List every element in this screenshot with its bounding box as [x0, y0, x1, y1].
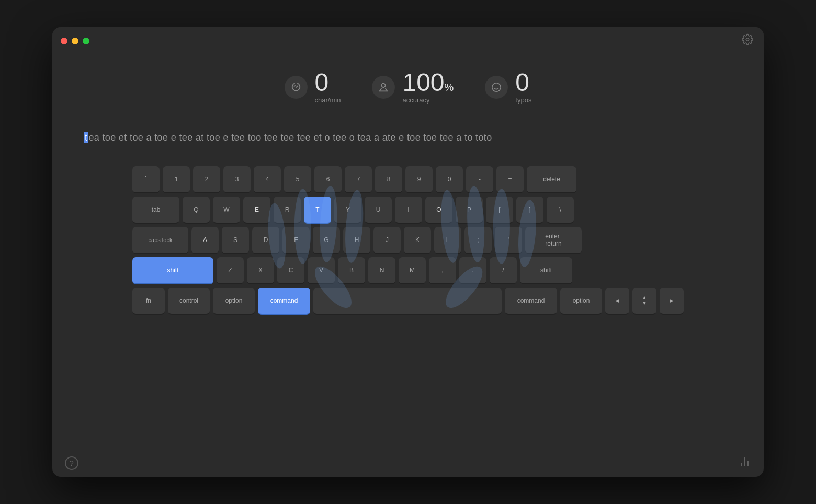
key-2[interactable]: 2 — [193, 166, 220, 193]
key-period[interactable]: . — [459, 257, 486, 284]
typos-label: typos — [515, 96, 531, 104]
key-equals[interactable]: = — [496, 166, 524, 193]
keyboard-container: ` 1 2 3 4 5 6 7 8 9 0 - = delete tab Q W… — [52, 161, 764, 320]
key-e[interactable]: E — [243, 197, 270, 224]
title-bar — [52, 27, 764, 54]
key-shift-right[interactable]: shift — [520, 257, 572, 284]
key-r[interactable]: R — [274, 197, 301, 224]
speed-content: 0 char/min — [315, 70, 341, 104]
key-enter[interactable]: enterreturn — [525, 227, 582, 254]
key-fn[interactable]: fn — [132, 288, 165, 315]
key-p[interactable]: P — [456, 197, 483, 224]
key-n[interactable]: N — [368, 257, 395, 284]
accuracy-label: accuracy — [402, 96, 429, 104]
typos-value: 0 — [515, 70, 529, 95]
key-s[interactable]: S — [222, 227, 249, 254]
accuracy-value: 100% — [402, 70, 454, 95]
key-l[interactable]: L — [434, 227, 461, 254]
stats-chart-button[interactable] — [739, 455, 751, 471]
key-c[interactable]: C — [277, 257, 304, 284]
key-backtick[interactable]: ` — [132, 166, 160, 193]
key-capslock[interactable]: caps lock — [132, 227, 188, 254]
key-command-right[interactable]: command — [505, 288, 557, 315]
key-4[interactable]: 4 — [254, 166, 281, 193]
key-v[interactable]: V — [308, 257, 335, 284]
keyboard-row-zxcv: shift Z X C V B N M , . / shift — [132, 257, 684, 284]
key-y[interactable]: Y — [334, 197, 361, 224]
key-i[interactable]: I — [395, 197, 422, 224]
accuracy-icon — [372, 76, 395, 99]
keyboard-row-numbers: ` 1 2 3 4 5 6 7 8 9 0 - = delete — [132, 166, 684, 193]
help-button[interactable]: ? — [65, 456, 78, 470]
key-k[interactable]: K — [404, 227, 431, 254]
maximize-button[interactable] — [83, 38, 89, 44]
minimize-button[interactable] — [72, 38, 78, 44]
keyboard-row-qwerty: tab Q W E R T Y U I O P [ ] \ — [132, 197, 684, 224]
key-arrow-right[interactable]: ► — [660, 288, 684, 315]
key-tab[interactable]: tab — [132, 197, 179, 224]
key-comma[interactable]: , — [429, 257, 456, 284]
key-o[interactable]: O — [425, 197, 452, 224]
key-arrow-updown[interactable]: ▲ ▼ — [632, 288, 656, 315]
key-5[interactable]: 5 — [284, 166, 311, 193]
key-x[interactable]: X — [247, 257, 274, 284]
key-0[interactable]: 0 — [436, 166, 463, 193]
cursor-character: t — [84, 132, 88, 143]
key-delete[interactable]: delete — [527, 166, 576, 193]
svg-point-0 — [746, 38, 749, 41]
keyboard-row-asdf: caps lock A S D F G H J K L ; ' enterret… — [132, 227, 684, 254]
bottom-bar: ? — [52, 450, 764, 477]
typos-content: 0 typos — [515, 70, 531, 104]
key-minus[interactable]: - — [466, 166, 493, 193]
key-a[interactable]: A — [191, 227, 219, 254]
key-g[interactable]: G — [313, 227, 340, 254]
key-t[interactable]: T — [304, 197, 331, 224]
key-q[interactable]: Q — [183, 197, 210, 224]
key-8[interactable]: 8 — [375, 166, 402, 193]
key-lbracket[interactable]: [ — [486, 197, 513, 224]
svg-point-2 — [492, 83, 501, 91]
accuracy-content: 100% accuracy — [402, 70, 454, 104]
key-w[interactable]: W — [213, 197, 240, 224]
speed-value: 0 — [315, 70, 329, 95]
key-arrow-left[interactable]: ◄ — [605, 288, 629, 315]
key-h[interactable]: H — [343, 227, 370, 254]
key-9[interactable]: 9 — [405, 166, 433, 193]
typos-stat: 0 typos — [485, 70, 531, 104]
key-semicolon[interactable]: ; — [464, 227, 492, 254]
key-d[interactable]: D — [252, 227, 279, 254]
speed-stat: 0 char/min — [285, 70, 341, 104]
app-window: 0 char/min 100% accuracy — [52, 27, 764, 477]
key-7[interactable]: 7 — [345, 166, 372, 193]
key-quote[interactable]: ' — [495, 227, 522, 254]
keyboard-row-bottom: fn control option command command option… — [132, 288, 684, 315]
key-z[interactable]: Z — [217, 257, 244, 284]
traffic-lights — [61, 38, 89, 44]
typing-text: tea toe et toe a toe e tee at toe e tee … — [84, 130, 492, 145]
speed-label: char/min — [315, 96, 341, 104]
key-slash[interactable]: / — [490, 257, 517, 284]
key-option-left[interactable]: option — [213, 288, 255, 315]
accuracy-stat: 100% accuracy — [372, 70, 454, 104]
key-1[interactable]: 1 — [163, 166, 190, 193]
key-m[interactable]: M — [399, 257, 426, 284]
key-b[interactable]: B — [338, 257, 365, 284]
settings-icon[interactable] — [742, 34, 753, 48]
key-control[interactable]: control — [168, 288, 210, 315]
key-command-left[interactable]: command — [258, 288, 310, 315]
key-6[interactable]: 6 — [314, 166, 342, 193]
typos-icon — [485, 76, 508, 99]
close-button[interactable] — [61, 38, 67, 44]
key-3[interactable]: 3 — [223, 166, 251, 193]
key-option-right[interactable]: option — [560, 288, 602, 315]
key-spacebar[interactable] — [313, 288, 502, 315]
key-backslash[interactable]: \ — [547, 197, 574, 224]
stats-row: 0 char/min 100% accuracy — [52, 54, 764, 114]
key-rbracket[interactable]: ] — [516, 197, 543, 224]
key-f[interactable]: F — [282, 227, 310, 254]
keyboard: ` 1 2 3 4 5 6 7 8 9 0 - = delete tab Q W… — [132, 166, 684, 315]
speed-icon — [285, 76, 308, 99]
key-j[interactable]: J — [373, 227, 401, 254]
key-u[interactable]: U — [365, 197, 392, 224]
key-shift-left[interactable]: shift — [132, 257, 213, 284]
